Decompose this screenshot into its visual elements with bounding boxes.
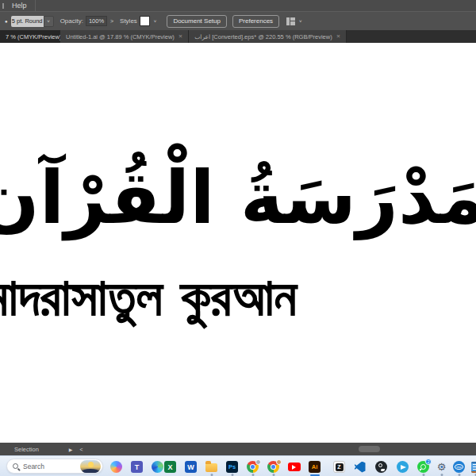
tab-document-3[interactable]: اعراب [Converted].eps* @ 220.55 % (RGB/P… [189, 30, 347, 43]
tab-close-icon[interactable]: ✕ [178, 33, 182, 40]
workspace-chevron-icon[interactable]: ˅ [297, 19, 305, 24]
opacity-label: Opacity: [60, 17, 83, 25]
taskbar-illustrator-icon[interactable]: Ai [308, 460, 321, 474]
tab-title: اعراب [Converted].eps* @ 220.55 % (RGB/P… [194, 33, 332, 40]
taskbar-settings-icon[interactable]: ⚙ [435, 460, 448, 474]
status-bar: Selection ▶ < [0, 443, 476, 455]
taskbar-chrome-icon-1[interactable] [246, 460, 259, 474]
taskbar-search[interactable] [6, 459, 103, 474]
taskbar-telegram-icon[interactable] [396, 460, 409, 474]
taskbar-whatsapp-icon[interactable]: 2 [416, 460, 430, 474]
taskbar-word-icon[interactable]: W [184, 460, 198, 474]
weather-widget-icon[interactable] [80, 460, 101, 473]
document-tab-bar: 7 % (CMYK/Preview) ✕ Untitled-1.ai @ 17.… [0, 30, 476, 43]
styles-chevron-icon[interactable]: ˅ [152, 19, 159, 24]
search-input[interactable] [23, 463, 69, 470]
taskbar-notepad-icon[interactable] [469, 460, 476, 474]
menu-bar: Help [0, 0, 476, 11]
preferences-button[interactable]: Preferences [232, 15, 279, 28]
windows-taskbar: T X W Ps Ai Z 2 ⚙ imo [0, 455, 476, 476]
status-forward-icon[interactable]: ▶ [69, 447, 73, 452]
tab-title: Untitled-1.ai @ 17.89 % (CMYK/Preview) [66, 33, 175, 40]
tab-document-1[interactable]: 7 % (CMYK/Preview) ✕ [0, 30, 60, 43]
brush-preset-select[interactable]: 5 pt. Round [11, 16, 44, 27]
menu-separator [35, 0, 36, 11]
control-bar: ● 5 pt. Round ˅ Opacity: 100% > Styles ˅… [0, 11, 476, 30]
taskbar-copilot-icon[interactable] [109, 460, 123, 474]
workspace-switcher-icon[interactable] [286, 17, 295, 25]
taskbar-imo-icon[interactable]: imo [452, 460, 466, 474]
taskbar-chrome-icon-2[interactable] [267, 460, 280, 474]
styles-label: Styles [120, 17, 137, 25]
taskbar-vscode-icon[interactable] [353, 460, 367, 474]
opacity-expand-icon[interactable]: > [110, 18, 113, 24]
tab-title: 7 % (CMYK/Preview) [6, 33, 61, 40]
taskbar-teams-icon[interactable]: T [130, 460, 144, 474]
taskbar-z-app-icon[interactable]: Z [332, 460, 346, 474]
opacity-input[interactable]: 100% [86, 16, 107, 26]
whatsapp-badge: 2 [425, 459, 432, 465]
bengali-text[interactable]: মাদরাসাতুল কুরআন [0, 267, 297, 328]
current-tool-label: Selection [14, 446, 39, 453]
taskbar-excel-icon[interactable]: X [163, 460, 177, 474]
illustrator-window: Help ● 5 pt. Round ˅ Opacity: 100% > Sty… [0, 0, 476, 476]
taskbar-file-explorer-icon[interactable] [205, 460, 218, 474]
taskbar-youtube-icon[interactable] [287, 460, 301, 474]
search-icon [13, 463, 18, 469]
arabic-calligraphy-text[interactable]: الْمَدْرَسَةُ الْقُرْآن [40, 106, 476, 289]
status-back-icon[interactable]: < [79, 447, 83, 452]
tab-document-2[interactable]: Untitled-1.ai @ 17.89 % (CMYK/Preview) ✕ [60, 30, 189, 43]
brush-preset-chevron-icon[interactable]: ˅ [44, 16, 54, 27]
artboard-canvas[interactable]: الْمَدْرَسَةُ الْقُرْآن মাদরাসাতুল কুরআন [0, 43, 476, 443]
brush-preview-icon: ● [5, 19, 8, 24]
taskbar-obs-icon[interactable] [374, 460, 388, 474]
tab-close-icon[interactable]: ✕ [336, 33, 340, 40]
horizontal-scrollbar-thumb[interactable] [359, 446, 380, 452]
taskbar-photoshop-icon[interactable]: Ps [225, 460, 239, 474]
style-swatch[interactable] [140, 16, 150, 26]
document-setup-button[interactable]: Document Setup [167, 15, 227, 28]
taskbar-edge-icon[interactable] [151, 460, 164, 474]
menu-help[interactable]: Help [4, 0, 35, 11]
